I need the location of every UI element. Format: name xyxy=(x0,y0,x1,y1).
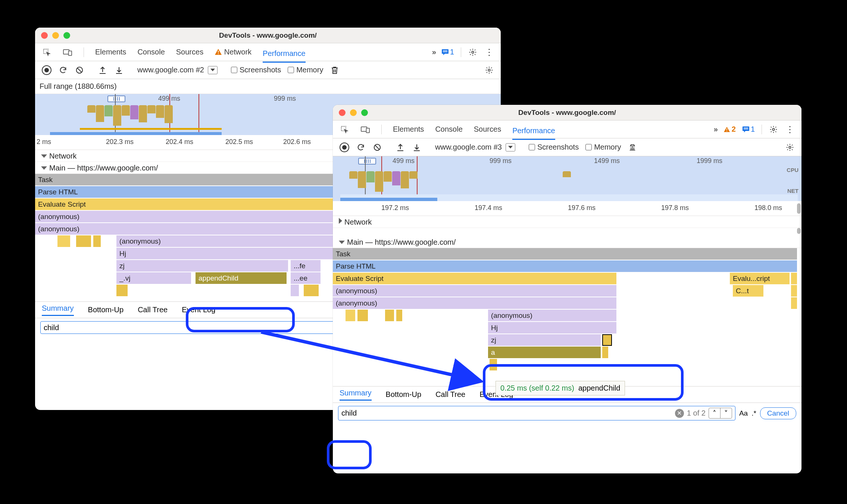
more-tabs-icon[interactable]: » xyxy=(714,125,717,134)
flame-fe[interactable]: ...fe xyxy=(291,260,321,272)
flame-vj[interactable]: _.vj xyxy=(116,272,191,284)
gear-icon[interactable] xyxy=(769,125,778,134)
scrollbar-thumb[interactable] xyxy=(797,228,801,234)
tab-network[interactable]: Network xyxy=(215,44,251,60)
svg-rect-7 xyxy=(443,51,447,52)
gear-icon[interactable] xyxy=(468,47,478,57)
tab-console[interactable]: Console xyxy=(137,44,165,60)
flame-anonymous[interactable]: (anonymous) xyxy=(333,297,616,309)
tab-bottom-up[interactable]: Bottom-Up xyxy=(386,390,422,399)
flame-zj[interactable]: zj xyxy=(488,334,601,346)
flame-anonymous[interactable]: (anonymous) xyxy=(488,310,616,321)
scrollbar-thumb[interactable] xyxy=(797,203,801,214)
kebab-menu-icon[interactable]: ⋮ xyxy=(785,125,795,134)
trash-icon[interactable] xyxy=(330,65,340,75)
record-button[interactable] xyxy=(42,65,51,75)
timeline-overview[interactable]: 499 ms 999 ms 1499 ms 1999 ms CPU NET xyxy=(333,156,801,201)
svg-rect-4 xyxy=(218,53,219,54)
match-case-toggle[interactable]: Aa xyxy=(739,409,748,417)
gear-icon[interactable] xyxy=(484,65,494,75)
main-track-header[interactable]: Main — https://www.google.com/ xyxy=(333,236,801,248)
profile-selector[interactable]: www.google.com #2 xyxy=(137,65,218,75)
inspect-element-icon[interactable] xyxy=(340,125,349,134)
flame-hj[interactable]: Hj xyxy=(488,322,616,334)
screenshots-checkbox[interactable]: Screenshots xyxy=(529,143,579,151)
messages-badge[interactable]: 1 xyxy=(743,125,755,134)
flame-ct[interactable]: C...t xyxy=(733,285,763,297)
svg-point-10 xyxy=(488,69,490,71)
svg-rect-3 xyxy=(218,51,219,53)
reload-record-icon[interactable] xyxy=(58,65,68,75)
toggle-device-icon[interactable] xyxy=(360,125,370,134)
messages-badge[interactable]: 1 xyxy=(442,48,454,56)
range-label: Full range (1880.66ms) xyxy=(35,79,501,94)
record-button[interactable] xyxy=(340,143,349,152)
flame-a-call[interactable]: a xyxy=(488,347,601,358)
tab-console[interactable]: Console xyxy=(435,121,462,137)
tab-sources[interactable]: Sources xyxy=(474,121,501,137)
download-icon[interactable] xyxy=(114,65,124,75)
tab-call-tree[interactable]: Call Tree xyxy=(138,306,168,314)
performance-toolbar: www.google.com #3 Screenshots Memory xyxy=(333,138,801,156)
tab-performance[interactable]: Performance xyxy=(263,46,306,63)
gear-icon[interactable] xyxy=(785,143,795,152)
flame-chart[interactable]: Task Parse HTML Evaluate Script Evalu...… xyxy=(333,248,801,371)
cancel-button[interactable]: Cancel xyxy=(760,407,796,419)
tab-call-tree[interactable]: Call Tree xyxy=(435,390,465,399)
find-nav: ˄ ˅ xyxy=(709,408,732,419)
clear-search-icon[interactable]: ✕ xyxy=(675,409,684,418)
upload-icon[interactable] xyxy=(396,143,405,152)
tab-performance[interactable]: Performance xyxy=(512,123,555,140)
flame-tooltip: 0.25 ms (self 0.22 ms) appendChild xyxy=(496,381,625,395)
flame-zj[interactable]: zj xyxy=(116,260,288,272)
find-prev-button[interactable]: ˄ xyxy=(709,408,721,418)
tab-bottom-up[interactable]: Bottom-Up xyxy=(88,306,124,314)
svg-rect-14 xyxy=(726,128,727,130)
find-input[interactable] xyxy=(341,409,672,417)
find-input-container: ✕ 1 of 2 ˄ ˅ xyxy=(338,406,735,420)
regex-toggle[interactable]: .* xyxy=(751,409,756,417)
flame-task[interactable]: Task xyxy=(333,248,797,260)
download-icon[interactable] xyxy=(412,143,422,152)
flame-appendchild[interactable]: appendChild xyxy=(196,272,287,284)
tab-network-label: Network xyxy=(224,48,251,56)
tab-elements[interactable]: Elements xyxy=(95,44,126,60)
flame-ruler[interactable]: 197.2 ms 197.4 ms 197.6 ms 197.8 ms 198.… xyxy=(333,201,801,216)
svg-rect-6 xyxy=(443,50,447,51)
mac-titlebar: DevTools - www.google.com/ xyxy=(35,28,501,43)
net-label: NET xyxy=(787,188,798,194)
clear-icon[interactable] xyxy=(75,65,84,75)
chevron-down-icon[interactable] xyxy=(506,143,515,151)
toggle-device-icon[interactable] xyxy=(63,47,72,57)
tab-summary[interactable]: Summary xyxy=(42,304,74,316)
screenshots-checkbox[interactable]: Screenshots xyxy=(231,66,281,74)
performance-toolbar: www.google.com #2 Screenshots Memory xyxy=(35,61,501,79)
more-tabs-icon[interactable]: » xyxy=(432,48,435,56)
warnings-badge[interactable]: 2 xyxy=(723,125,736,134)
memory-checkbox[interactable]: Memory xyxy=(288,66,323,74)
clear-icon[interactable] xyxy=(372,143,382,152)
inspect-element-icon[interactable] xyxy=(42,47,51,57)
window-title: DevTools - www.google.com/ xyxy=(333,109,801,117)
upload-icon[interactable] xyxy=(98,65,107,75)
profile-selector[interactable]: www.google.com #3 xyxy=(435,143,515,152)
svg-rect-13 xyxy=(366,128,370,132)
tab-elements[interactable]: Elements xyxy=(393,121,424,137)
kebab-menu-icon[interactable]: ⋮ xyxy=(484,47,494,57)
network-track-header[interactable]: Network xyxy=(333,216,801,228)
tab-event-log[interactable]: Event Log xyxy=(182,306,215,314)
flame-parse-html[interactable]: Parse HTML xyxy=(333,260,797,272)
tab-summary[interactable]: Summary xyxy=(340,389,372,401)
svg-point-21 xyxy=(789,146,791,148)
find-count: 1 of 2 xyxy=(687,409,706,417)
find-next-button[interactable]: ˅ xyxy=(721,408,732,418)
collect-garbage-icon[interactable] xyxy=(628,143,637,152)
reload-record-icon[interactable] xyxy=(356,143,366,152)
tab-sources[interactable]: Sources xyxy=(176,44,203,60)
chevron-down-icon[interactable] xyxy=(208,66,218,74)
flame-evaluate-script-short[interactable]: Evalu...cript xyxy=(730,273,790,284)
memory-checkbox[interactable]: Memory xyxy=(585,143,621,151)
flame-anonymous[interactable]: (anonymous) xyxy=(333,285,616,297)
flame-evaluate-script[interactable]: Evaluate Script xyxy=(333,273,616,284)
flame-ee[interactable]: ...ee xyxy=(291,272,321,284)
